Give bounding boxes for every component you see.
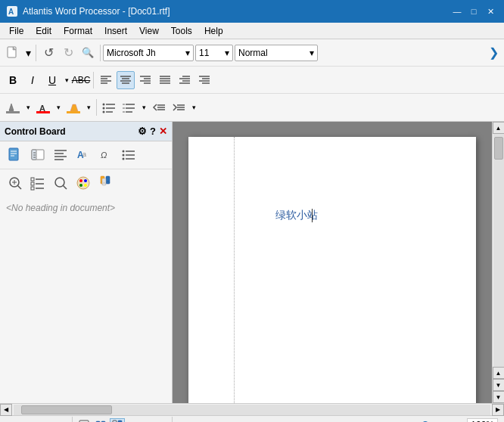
font-dropdown-arrow: ▾ (185, 48, 190, 58)
highlight-button[interactable] (64, 98, 82, 117)
menu-file[interactable]: File (3, 24, 30, 38)
close-button[interactable]: ✕ (483, 4, 498, 19)
document-text[interactable]: 绿软小站 (275, 209, 318, 222)
indent-button[interactable] (170, 98, 188, 116)
menu-help[interactable]: Help (198, 24, 229, 38)
hscroll-thumb[interactable] (21, 405, 112, 414)
hscroll-left-arrows: ◀ (0, 404, 12, 416)
align-center-button[interactable] (117, 71, 135, 89)
control-board: Control Board ⚙ ? ✕ Aa (0, 122, 173, 403)
cb-icons-row1: Aa Ω (0, 141, 172, 169)
align-left-button[interactable] (97, 71, 115, 89)
font-color-button[interactable]: A (34, 98, 52, 117)
cb-find-button[interactable] (50, 172, 71, 194)
list-dropdown[interactable]: ▾ (139, 98, 148, 116)
control-board-title: Control Board (5, 126, 138, 137)
size-dropdown[interactable]: 11 ▾ (195, 45, 233, 61)
settings-icon[interactable]: ⚙ (138, 126, 147, 137)
cb-icons-row2 (0, 169, 172, 197)
file-toolbar-group: ▾ ↺ ↻ 🔍 (3, 44, 103, 62)
control-board-header: Control Board ⚙ ? ✕ (0, 122, 172, 141)
style-dropdown[interactable]: Normal ▾ (235, 45, 318, 61)
new-button[interactable] (4, 44, 22, 62)
menu-bar: File Edit Format Insert View Tools Help (0, 23, 504, 39)
title-bar: A Atlantis Word Processor - [Doc01.rtf] … (0, 0, 504, 23)
scroll-page-down-button[interactable]: ▼ (493, 379, 505, 391)
cb-bookmarks-button[interactable] (95, 172, 117, 194)
undo-button[interactable]: ↺ (39, 44, 58, 62)
highlight-dropdown[interactable]: ▾ (84, 98, 93, 116)
vertical-scrollbar[interactable]: ▲ ▲ ▼ ▼ (492, 122, 504, 403)
svg-point-31 (103, 111, 105, 113)
outdent-button[interactable] (150, 98, 168, 116)
cb-outline-button[interactable] (50, 144, 71, 166)
sep-status (72, 417, 73, 423)
svg-line-80 (64, 186, 67, 190)
zoom-out-button[interactable]: − (373, 419, 385, 423)
hscroll-left-button[interactable]: ◀ (0, 404, 12, 416)
view-mode2-button[interactable] (93, 418, 108, 423)
menu-insert[interactable]: Insert (98, 24, 133, 38)
toolbar-expand-right[interactable]: ❯ (486, 44, 501, 62)
menu-tools[interactable]: Tools (165, 24, 198, 38)
cb-special-chars-button[interactable]: Ω (95, 144, 117, 166)
find-button[interactable]: 🔍 (79, 44, 97, 62)
scroll-page-up-button[interactable]: ▲ (493, 367, 505, 379)
nav-placeholder-button[interactable]: — (53, 418, 68, 423)
view-mode3-button[interactable] (110, 418, 125, 423)
maximize-button[interactable]: □ (466, 4, 481, 19)
menu-edit[interactable]: Edit (30, 24, 58, 38)
hscroll-track[interactable] (14, 405, 490, 415)
align-extra-button[interactable] (176, 71, 194, 89)
scroll-down-button[interactable]: ▼ (493, 391, 505, 403)
cb-list-button[interactable] (118, 144, 139, 166)
menu-format[interactable]: Format (58, 24, 98, 38)
underline-dropdown[interactable]: ▾ (63, 71, 70, 89)
document-page[interactable]: 绿软小站 (188, 137, 476, 403)
view-mode1-button[interactable] (76, 418, 92, 423)
zoom-level[interactable]: 100% (467, 418, 498, 423)
indent-dropdown[interactable]: ▾ (189, 98, 198, 116)
cb-navigator-button[interactable] (27, 144, 48, 166)
list-indent-button[interactable] (120, 98, 138, 116)
svg-rect-36 (123, 107, 125, 109)
pen-dropdown[interactable]: ▾ (23, 98, 33, 116)
hscroll-right-arrows: ▶ (492, 404, 504, 416)
cb-palette-button[interactable] (73, 172, 94, 194)
align-right-button[interactable] (136, 71, 154, 89)
control-board-icons: ⚙ ? ✕ (138, 126, 167, 137)
scroll-up-button[interactable]: ▲ (493, 122, 505, 134)
menu-view[interactable]: View (133, 24, 165, 38)
redo-button[interactable]: ↻ (59, 44, 77, 62)
nav-forward-button[interactable]: ▶ (20, 418, 35, 423)
svg-point-29 (103, 104, 105, 106)
underline-button[interactable]: U (43, 71, 61, 89)
cb-styles-button[interactable]: Aa (73, 144, 94, 166)
control-board-content: <No heading in document> (0, 197, 172, 403)
nav-back-button[interactable]: ◀ (3, 418, 18, 423)
cb-page-view-button[interactable] (5, 144, 26, 166)
hscroll-right-button[interactable]: ▶ (492, 404, 504, 416)
scroll-track[interactable] (493, 134, 504, 367)
zoom-in-button[interactable]: + (452, 419, 464, 423)
status-left: ◀ ▶ ✕ — (0, 417, 173, 423)
minimize-button[interactable]: — (450, 4, 465, 19)
cb-list2-button[interactable] (27, 172, 48, 194)
font-dropdown[interactable]: Microsoft Jh ▾ (103, 45, 194, 61)
scroll-thumb[interactable] (494, 137, 503, 160)
document-scroll-area[interactable]: 绿软小站 (173, 122, 492, 403)
pen-button[interactable] (4, 98, 22, 117)
align-extra2-button[interactable] (195, 71, 213, 89)
bullet-list-button[interactable] (100, 98, 118, 116)
new-dropdown[interactable]: ▾ (23, 44, 33, 62)
nav-back2-button[interactable]: ✕ (36, 418, 51, 423)
svg-text:Ω: Ω (101, 150, 107, 160)
italic-button[interactable]: I (23, 71, 42, 89)
help-icon[interactable]: ? (150, 126, 156, 137)
control-board-close-icon[interactable]: ✕ (159, 126, 167, 137)
cb-zoom-button[interactable] (5, 172, 26, 194)
strikethrough-button[interactable]: ABC (72, 71, 90, 89)
font-color-dropdown[interactable]: ▾ (54, 98, 63, 116)
justify-button[interactable] (156, 71, 174, 89)
bold-button[interactable]: B (4, 71, 22, 89)
